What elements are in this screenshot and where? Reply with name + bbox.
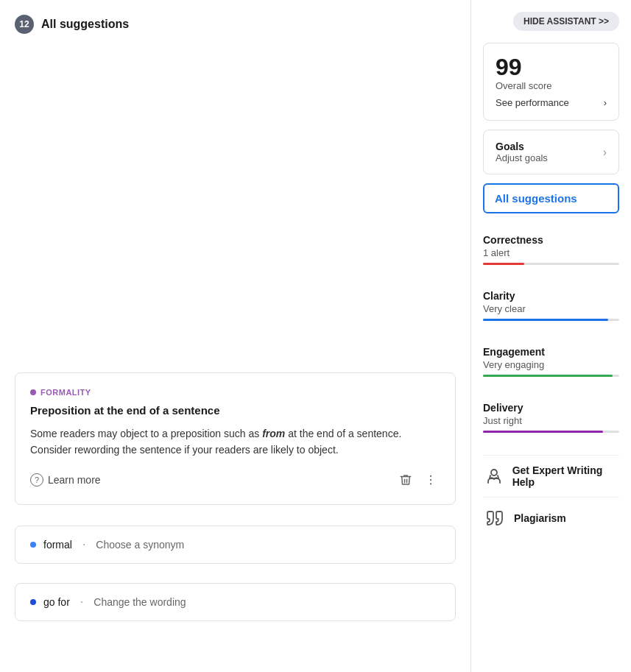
clarity-bar-fill [483,319,608,321]
extra-items: Get Expert Writing Help Plagiarism [483,455,619,539]
goals-chevron-icon: › [603,146,607,159]
quotes-icon [483,506,507,530]
item-action-1: Change the wording [94,596,186,608]
goals-subtitle: Adjust goals [496,152,548,163]
card-body: Some readers may object to a preposition… [30,425,440,459]
page-title: All suggestions [41,18,129,31]
card-title: Preposition at the end of a sentence [30,404,440,417]
item-action-0: Choose a synonym [96,539,184,551]
goals-title: Goals [496,141,548,152]
delete-button[interactable] [396,470,415,489]
goals-inner: Goals Adjust goals [496,141,548,163]
engagement-bar-fill [483,375,613,377]
question-icon: ? [30,473,43,487]
delivery-label: Delivery [483,402,619,414]
goals-section[interactable]: Goals Adjust goals › [483,130,619,174]
learn-more-link[interactable]: ? Learn more [30,473,101,487]
correctness-bar-track [483,263,619,265]
metric-clarity[interactable]: Clarity Very clear [483,281,619,337]
hide-assistant-button[interactable]: HIDE ASSISTANT >> [513,12,619,31]
metric-engagement[interactable]: Engagement Very engaging [483,337,619,393]
chevron-right-icon: › [604,97,607,108]
left-panel: 12 All suggestions FORMALITY Preposition… [0,0,471,672]
suggestion-item-0[interactable]: formal · Choose a synonym [15,526,456,564]
suggestions-badge: 12 [15,15,34,34]
expert-writing-label: Get Expert Writing Help [512,464,619,488]
plagiarism-label: Plagiarism [514,512,566,524]
plagiarism-item[interactable]: Plagiarism [483,497,619,539]
suggestion-card: FORMALITY Preposition at the end of a se… [15,372,456,505]
all-suggestions-tab[interactable]: All suggestions [483,183,619,213]
see-performance-link[interactable]: See performance › [496,97,607,108]
engagement-status: Very engaging [483,359,619,370]
more-options-button[interactable] [421,470,440,489]
overall-score-label: Overall score [496,80,607,91]
engagement-bar-track [483,375,619,377]
score-section: 99 Overall score See performance › [483,43,619,121]
clarity-status: Very clear [483,303,619,314]
delivery-bar-track [483,431,619,433]
clarity-bar-track [483,319,619,321]
engagement-label: Engagement [483,346,619,358]
metric-delivery[interactable]: Delivery Just right [483,393,619,449]
person-icon [483,464,505,488]
overall-score-number: 99 [496,55,607,79]
card-actions [396,470,440,489]
item-dot-0 [30,542,36,548]
svg-point-1 [430,479,431,481]
delivery-bar-fill [483,431,603,433]
svg-point-3 [491,470,497,475]
item-word-0: formal [43,539,72,551]
card-tag: FORMALITY [30,388,440,397]
delivery-status: Just right [483,415,619,426]
expert-writing-help[interactable]: Get Expert Writing Help [483,455,619,497]
formality-dot [30,389,36,395]
correctness-bar-fill [483,263,524,265]
card-footer: ? Learn more [30,470,440,489]
metric-correctness[interactable]: Correctness 1 alert [483,225,619,281]
right-panel: HIDE ASSISTANT >> 99 Overall score See p… [471,0,631,672]
item-sep-1: · [80,595,83,609]
correctness-status: 1 alert [483,247,619,258]
correctness-label: Correctness [483,234,619,246]
svg-point-0 [430,475,431,476]
item-word-1: go for [43,596,70,608]
item-dot-1 [30,599,36,605]
metrics-list: Correctness 1 alert Clarity Very clear E… [483,225,619,449]
header-row: 12 All suggestions [15,15,456,34]
item-sep-0: · [82,538,85,551]
svg-point-2 [430,483,431,484]
clarity-label: Clarity [483,290,619,302]
empty-area [15,52,456,361]
suggestion-item-1[interactable]: go for · Change the wording [15,583,456,621]
